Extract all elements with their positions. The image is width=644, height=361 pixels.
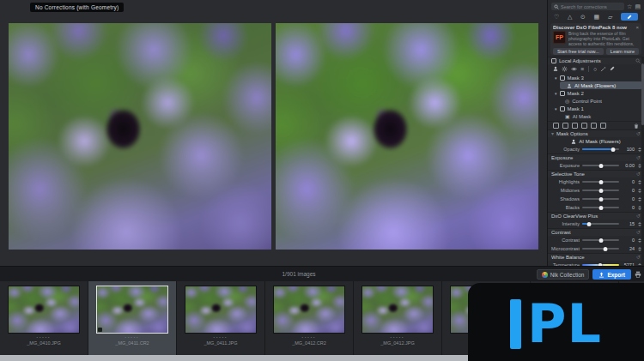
section-header-exposure[interactable]: Exposure↺ bbox=[548, 153, 644, 161]
mask-group-row[interactable]: ▾Mask 3 bbox=[548, 74, 644, 81]
stepper-down-icon[interactable] bbox=[638, 150, 641, 152]
mask-child-row[interactable]: ▣AI Mask bbox=[548, 112, 644, 120]
slider-track[interactable] bbox=[582, 198, 619, 200]
filmstrip-thumbnail[interactable]: •••••_MG_0411.JPG bbox=[177, 281, 265, 355]
filmstrip-thumbnail[interactable]: •••••_MG_0410.JPG bbox=[0, 281, 88, 355]
detail-tab-icon[interactable]: ▦ bbox=[594, 14, 600, 20]
color-tab-icon[interactable]: ⊙ bbox=[580, 14, 586, 20]
mask-child-row[interactable]: ◎Control Point bbox=[548, 97, 644, 105]
slider-track[interactable] bbox=[582, 165, 619, 166]
slider-knob[interactable] bbox=[598, 206, 603, 210]
palette-checkbox[interactable] bbox=[551, 58, 556, 63]
stepper-down-icon[interactable] bbox=[638, 250, 641, 251]
show-mask-icon[interactable] bbox=[581, 123, 587, 129]
reset-icon[interactable]: ↺ bbox=[636, 171, 641, 177]
filmstrip-thumbnail[interactable]: •••••_MG_0411.CR2 bbox=[88, 281, 177, 355]
slider-knob[interactable] bbox=[598, 238, 603, 243]
brush-icon[interactable] bbox=[610, 66, 615, 71]
favorites-tab-icon[interactable]: ♡ bbox=[554, 14, 559, 20]
filmstrip-thumbnail[interactable]: •••••_MG_0412.JPG bbox=[354, 281, 442, 355]
filmstrip-thumbnail[interactable]: •••••_MG_0412.CR2 bbox=[265, 281, 354, 355]
rating-dots[interactable]: ••••• bbox=[36, 336, 51, 340]
stepper-up-icon[interactable] bbox=[638, 206, 641, 208]
slider-knob[interactable] bbox=[598, 180, 603, 184]
nik-collection-button[interactable]: Nik Collection bbox=[537, 269, 590, 280]
chevron-down-icon[interactable]: ▾ bbox=[555, 91, 557, 96]
export-button[interactable]: Export bbox=[592, 269, 631, 280]
slider-knob[interactable] bbox=[603, 247, 607, 251]
local-adjustments-header[interactable]: Local Adjustments bbox=[548, 57, 644, 64]
stepper-down-icon[interactable] bbox=[638, 208, 641, 210]
printer-icon[interactable] bbox=[635, 271, 641, 278]
slider-track[interactable] bbox=[582, 207, 619, 208]
mask-group-row[interactable]: ▾Mask 1 bbox=[548, 105, 644, 112]
stepper-up-icon[interactable] bbox=[638, 147, 641, 149]
trash-icon[interactable] bbox=[634, 123, 639, 129]
stepper-up-icon[interactable] bbox=[638, 222, 641, 224]
slider-knob[interactable] bbox=[611, 147, 616, 152]
new-mask-icon[interactable] bbox=[553, 123, 559, 129]
menu-icon[interactable]: ≡ bbox=[580, 66, 584, 72]
mask-checkbox[interactable] bbox=[560, 91, 565, 96]
mask-options-header[interactable]: ▾ Mask Options ↺ bbox=[548, 129, 644, 137]
slider-knob[interactable] bbox=[598, 189, 603, 193]
rating-dots[interactable]: ••••• bbox=[390, 336, 404, 340]
slider-track[interactable] bbox=[582, 223, 619, 225]
stepper-up-icon[interactable] bbox=[638, 180, 641, 182]
section-header-dxo-clearview-plus[interactable]: DxO ClearView Plus↺ bbox=[548, 212, 644, 220]
stepper-down-icon[interactable] bbox=[638, 191, 641, 193]
mask-checkbox[interactable] bbox=[560, 75, 565, 81]
gear-icon[interactable] bbox=[562, 66, 568, 72]
slider-track[interactable] bbox=[582, 248, 619, 250]
slider-track[interactable] bbox=[582, 190, 619, 191]
light-tab-icon[interactable]: △ bbox=[568, 14, 572, 20]
mask-checkbox[interactable] bbox=[560, 106, 565, 111]
pin-person-icon[interactable] bbox=[553, 66, 558, 71]
rating-dots[interactable]: ••••• bbox=[125, 336, 139, 340]
layout-icon[interactable]: ▤ bbox=[635, 3, 641, 9]
reset-icon[interactable]: ↺ bbox=[636, 131, 641, 136]
invert-mask-icon[interactable] bbox=[572, 123, 578, 129]
section-header-white-balance[interactable]: White Balance↺ bbox=[548, 253, 644, 261]
local-adjustments-tab-icon[interactable] bbox=[621, 13, 638, 21]
stepper-up-icon[interactable] bbox=[638, 189, 641, 190]
star-icon[interactable]: ☆ bbox=[627, 3, 632, 9]
section-header-contrast[interactable]: Contrast↺ bbox=[548, 228, 644, 236]
stepper-down-icon[interactable] bbox=[638, 183, 641, 184]
stepper-down-icon[interactable] bbox=[638, 166, 641, 168]
section-header-selective-tone[interactable]: Selective Tone↺ bbox=[548, 170, 644, 177]
chevron-down-icon[interactable]: ▾ bbox=[555, 106, 557, 111]
palette-search-icon[interactable] bbox=[635, 58, 641, 63]
stepper-down-icon[interactable] bbox=[638, 200, 641, 202]
start-trial-button[interactable]: Start free trial now... bbox=[553, 48, 604, 55]
wand-icon[interactable] bbox=[600, 66, 606, 72]
stepper-up-icon[interactable] bbox=[638, 247, 641, 249]
stepper-down-icon[interactable] bbox=[638, 241, 641, 243]
stepper-up-icon[interactable] bbox=[638, 197, 641, 199]
collapse-caret-icon[interactable]: ▾ bbox=[551, 131, 554, 136]
slider-track[interactable] bbox=[582, 239, 619, 241]
after-image[interactable] bbox=[276, 23, 538, 250]
slider-track[interactable] bbox=[582, 148, 619, 150]
rating-dots[interactable]: ••••• bbox=[301, 336, 316, 340]
reset-icon[interactable]: ↺ bbox=[636, 255, 641, 260]
reset-icon[interactable]: ↺ bbox=[636, 214, 641, 219]
stepper-up-icon[interactable] bbox=[638, 164, 641, 165]
reset-icon[interactable]: ↺ bbox=[636, 230, 641, 235]
mask-overlay-icon[interactable] bbox=[591, 123, 597, 129]
slider-knob[interactable] bbox=[586, 222, 591, 226]
learn-more-button[interactable]: Learn more bbox=[606, 48, 639, 55]
slider-track[interactable] bbox=[582, 181, 619, 183]
slider-knob[interactable] bbox=[598, 197, 603, 202]
chevron-down-icon[interactable]: ▾ bbox=[555, 75, 557, 81]
reset-icon[interactable]: ↺ bbox=[636, 155, 641, 160]
rating-dots[interactable]: ••••• bbox=[213, 336, 228, 340]
mask-child-row[interactable]: AI Mask (Flowers) bbox=[560, 81, 642, 89]
eye-icon[interactable] bbox=[571, 66, 577, 72]
stepper-down-icon[interactable] bbox=[638, 225, 641, 226]
search-input[interactable]: Search for corrections bbox=[551, 3, 624, 10]
duplicate-mask-icon[interactable] bbox=[562, 123, 568, 129]
geometry-tab-icon[interactable]: ▱ bbox=[608, 14, 612, 20]
stepper-up-icon[interactable] bbox=[638, 263, 641, 265]
slider-knob[interactable] bbox=[598, 164, 603, 168]
